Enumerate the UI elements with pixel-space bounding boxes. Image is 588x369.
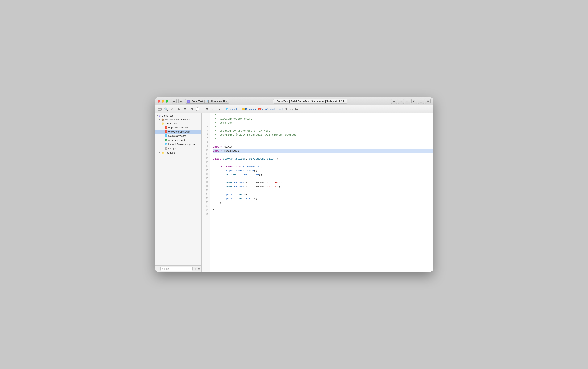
sidebar-item-products[interactable]: 📁 Products bbox=[156, 151, 201, 155]
breadcrumb-label-1: DemoTest bbox=[229, 108, 240, 111]
xcode-window: ▶ ■ A DemoTest | iPhone 6s Plus DemoTest… bbox=[156, 97, 433, 272]
code-line-18: User.create(1, nickname: "Draven") bbox=[213, 181, 433, 185]
grid2-btn[interactable]: ⊞ bbox=[204, 106, 210, 112]
debug-toggle[interactable]: ⬜ bbox=[418, 99, 424, 104]
sidebar-label-appdelegate: AppDelegate.swift bbox=[168, 126, 189, 129]
code-line-23: } bbox=[213, 201, 433, 205]
filter-input[interactable] bbox=[163, 266, 192, 271]
sidebar: ◈ DemoTest 📦 MetaModel.framework 📁 DemoT… bbox=[156, 113, 202, 272]
code-editor[interactable]: 1 2 3 4 5 6 7 8 9 10 11 12 13 14 15 16 1 bbox=[202, 113, 433, 272]
line-numbers: 1 2 3 4 5 6 7 8 9 10 11 12 13 14 15 16 1 bbox=[202, 113, 210, 272]
sidebar-item-assets[interactable]: A Assets.xcassets bbox=[156, 138, 201, 142]
code-content[interactable]: // // ViewController.swift // DemoTest /… bbox=[210, 113, 433, 272]
breadcrumb-label-2: DemoTest bbox=[245, 108, 256, 111]
run-button[interactable]: ▶ bbox=[172, 99, 177, 104]
search-btn[interactable]: 🔍 bbox=[163, 106, 169, 112]
back-btn[interactable]: ‹ bbox=[210, 106, 216, 112]
filter-options[interactable]: ⊡ bbox=[194, 267, 196, 270]
titlebar-right-controls: ≡ ⊕ ↩ ◧ ⬜ ▨ bbox=[391, 99, 431, 104]
sidebar-label-demotest: DemoTest bbox=[162, 114, 173, 117]
scheme-icon: A bbox=[187, 100, 190, 103]
tag-btn[interactable]: 🏷 bbox=[189, 106, 194, 112]
code-line-14: override func viewDidLoad() { bbox=[213, 165, 433, 169]
code-line-6: // Copyright © 2016 metamodel. All right… bbox=[213, 133, 433, 137]
minimize-button[interactable] bbox=[162, 100, 164, 103]
related-button[interactable]: ↩ bbox=[405, 99, 410, 104]
build-status: DemoTest | Build DemoTest: Succeeded | T… bbox=[273, 99, 347, 104]
sidebar-item-demotest-folder[interactable]: 📁 DemoTest bbox=[156, 122, 201, 125]
breadcrumb-item-1[interactable]: DemoTest bbox=[229, 108, 240, 111]
folder-icon-btn[interactable] bbox=[157, 106, 163, 112]
list-view-button[interactable]: ≡ bbox=[391, 99, 397, 104]
sidebar-label-demotest-folder: DemoTest bbox=[166, 122, 177, 125]
navigator-toggle[interactable]: ◧ bbox=[411, 99, 417, 104]
sidebar-item-appdelegate[interactable]: S AppDelegate.swift bbox=[156, 125, 201, 130]
swift-file-icon: S bbox=[258, 108, 261, 111]
stop-button[interactable]: ■ bbox=[178, 99, 183, 104]
code-line-25: } bbox=[213, 209, 433, 213]
code-line-5: // Created by Draveness on 9/7/16. bbox=[213, 129, 433, 133]
svg-rect-3 bbox=[207, 100, 208, 102]
code-line-1: // bbox=[213, 113, 433, 117]
grid-btn[interactable]: ⊞ bbox=[182, 106, 188, 112]
inspector-toggle[interactable]: ▨ bbox=[425, 99, 431, 104]
navigator-icon bbox=[158, 108, 162, 111]
breadcrumb-label-4: No Selection bbox=[285, 108, 299, 111]
add-button[interactable]: + bbox=[157, 267, 159, 270]
triangle-demotest-folder bbox=[159, 122, 161, 125]
products-folder-icon: 📁 bbox=[161, 151, 165, 154]
device-name: iPhone 6s Plus bbox=[211, 100, 228, 103]
launch-storyboard-icon: S bbox=[165, 143, 168, 146]
forward-btn[interactable]: › bbox=[217, 106, 222, 112]
sidebar-footer: + ⊙ ⊡ ⊞ bbox=[156, 265, 201, 272]
sidebar-label-launchscreen: LaunchScreen.storyboard bbox=[168, 143, 197, 146]
sidebar-label-viewcontroller: ViewController.swift bbox=[168, 130, 190, 133]
triangle-mainstoryboard bbox=[162, 135, 165, 137]
sidebar-item-viewcontroller[interactable]: S ViewController.swift bbox=[156, 130, 201, 134]
framework-icon: 📦 bbox=[161, 118, 164, 121]
warning-btn[interactable]: ⚠ bbox=[170, 106, 175, 112]
code-line-2: // ViewController.swift bbox=[213, 117, 433, 121]
bubble-btn[interactable]: 💬 bbox=[195, 106, 200, 112]
traffic-lights bbox=[158, 100, 168, 103]
sidebar-item-demotest-project[interactable]: ◈ DemoTest bbox=[156, 114, 201, 118]
swift-vc-icon: S bbox=[165, 130, 168, 133]
code-line-15: super.viewDidLoad() bbox=[213, 169, 433, 173]
editor-content[interactable]: 1 2 3 4 5 6 7 8 9 10 11 12 13 14 15 16 1 bbox=[202, 113, 433, 272]
sidebar-item-infoplist[interactable]: 📋 Info.plist bbox=[156, 146, 201, 151]
sidebar-label-metamodel: MetaModel.framework bbox=[165, 118, 190, 121]
sidebar-item-mainstoryboard[interactable]: S Main.storyboard bbox=[156, 134, 201, 138]
hierarchy-button[interactable]: ⊞ bbox=[198, 267, 200, 270]
code-line-3: // DemoTest bbox=[213, 121, 433, 125]
scheme-selector[interactable]: A DemoTest | iPhone 6s Plus bbox=[185, 99, 229, 104]
toolbar-sep-2 bbox=[224, 107, 224, 111]
main-content: ◈ DemoTest 📦 MetaModel.framework 📁 DemoT… bbox=[156, 113, 433, 272]
maximize-button[interactable] bbox=[166, 100, 168, 103]
project-icon: ◈ bbox=[159, 114, 161, 117]
breadcrumb-item-2[interactable]: DemoTest bbox=[245, 108, 256, 111]
sidebar-item-metamodel[interactable]: 📦 MetaModel.framework bbox=[156, 118, 201, 122]
code-line-26 bbox=[213, 213, 433, 217]
error-btn[interactable]: ⊘ bbox=[176, 106, 181, 112]
svg-text:S: S bbox=[166, 131, 167, 133]
sidebar-item-launchscreen[interactable]: S LaunchScreen.storyboard bbox=[156, 142, 201, 146]
code-line-21: print(User.all) bbox=[213, 193, 433, 197]
status-bold: Succeeded bbox=[311, 100, 324, 103]
breadcrumb-item-3[interactable]: ViewController.swift bbox=[261, 108, 283, 111]
close-button[interactable] bbox=[158, 100, 160, 103]
code-line-8 bbox=[213, 141, 433, 145]
code-line-10: import MetaModel bbox=[213, 149, 433, 153]
svg-text:S: S bbox=[166, 135, 167, 137]
filter-icon: ⊙ bbox=[162, 267, 163, 270]
breadcrumb-sep-3: › bbox=[284, 108, 284, 110]
sidebar-content: ◈ DemoTest 📦 MetaModel.framework 📁 DemoT… bbox=[156, 113, 201, 265]
svg-text:S: S bbox=[259, 109, 260, 110]
triangle-viewcontroller bbox=[162, 131, 165, 133]
code-line-19: User.create(2, nickname: "stark") bbox=[213, 185, 433, 189]
folder-yellow-icon: 📁 bbox=[161, 122, 165, 125]
toolbar: 🔍 ⚠ ⊘ ⊞ 🏷 💬 ⊞ ‹ › S DemoTest › DemoTest bbox=[156, 105, 433, 113]
authors-button[interactable]: ⊕ bbox=[398, 99, 404, 104]
sidebar-label-mainstoryboard: Main.storyboard bbox=[168, 134, 186, 137]
scheme-name: DemoTest bbox=[192, 100, 203, 103]
sidebar-label-infoplist: Info.plist bbox=[168, 147, 178, 150]
